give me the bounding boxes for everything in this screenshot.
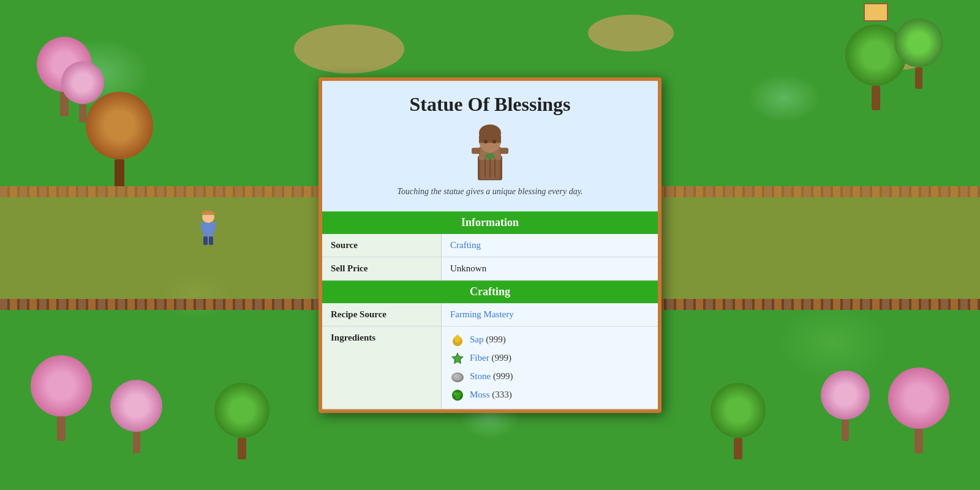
moss-count: (333) — [492, 390, 512, 400]
panel-description: Touching the statue gives a unique bless… — [334, 186, 646, 198]
source-value[interactable]: Crafting — [442, 234, 658, 257]
stone-name[interactable]: Stone — [470, 371, 491, 382]
svg-rect-5 — [209, 236, 213, 245]
svg-rect-12 — [500, 148, 508, 154]
svg-rect-15 — [479, 135, 501, 143]
tree-blossom-br — [888, 368, 949, 453]
ingredient-moss: Moss (333) — [450, 388, 649, 402]
tree-blossom-bl2 — [110, 380, 162, 453]
tree-blossom-bl — [31, 355, 92, 441]
svg-rect-2 — [201, 222, 205, 232]
source-row: Source Crafting — [322, 234, 658, 257]
recipe-source-row: Recipe Source Farming Mastery — [322, 303, 658, 326]
svg-rect-11 — [472, 148, 480, 154]
moss-icon — [450, 388, 465, 402]
info-panel: Statue Of Blessings Touch — [318, 77, 662, 413]
statue-image — [466, 122, 514, 183]
tree-green-bc2 — [710, 383, 766, 459]
svg-rect-3 — [212, 222, 216, 232]
tree-green-bc — [214, 383, 270, 459]
svg-point-34 — [454, 393, 457, 395]
fiber-count: (999) — [491, 353, 511, 363]
svg-rect-1 — [203, 223, 213, 236]
svg-point-16 — [484, 140, 488, 143]
recipe-source-label: Recipe Source — [322, 303, 442, 326]
information-section: Information Source Crafting Sell Price U… — [322, 211, 658, 281]
panel-header: Statue Of Blessings Touch — [322, 81, 658, 211]
information-header: Information — [322, 211, 658, 234]
ingredients-row: Ingredients Sap (999) — [322, 326, 658, 409]
stone-count: (999) — [493, 371, 513, 382]
tree-green-2 — [894, 18, 943, 89]
ingredients-label: Ingredients — [322, 326, 442, 409]
source-label: Source — [322, 234, 442, 257]
stone-icon — [450, 369, 465, 384]
sap-count: (999) — [486, 334, 506, 345]
ingredient-fiber: Fiber (999) — [450, 351, 649, 366]
ingredients-value: Sap (999) Fiber (999) — [442, 326, 658, 409]
svg-point-18 — [485, 153, 495, 159]
sell-price-value: Unknown — [442, 257, 658, 280]
sell-price-label: Sell Price — [322, 257, 442, 280]
sap-name[interactable]: Sap — [470, 334, 484, 345]
svg-point-33 — [456, 394, 460, 399]
recipe-source-value[interactable]: Farming Mastery — [442, 303, 658, 326]
svg-point-29 — [454, 374, 459, 378]
sap-icon — [450, 333, 465, 347]
sell-price-row: Sell Price Unknown — [322, 257, 658, 281]
player-character — [196, 211, 221, 250]
ingredient-sap: Sap (999) — [450, 333, 649, 347]
svg-rect-4 — [203, 236, 208, 245]
tree-brown-1 — [86, 92, 153, 190]
svg-point-17 — [492, 140, 496, 143]
fiber-icon — [450, 351, 465, 366]
crafting-header: Crafting — [322, 281, 658, 303]
moss-name[interactable]: Moss — [470, 390, 490, 400]
ingredient-stone: Stone (999) — [450, 369, 649, 384]
building-hint — [864, 3, 888, 21]
tree-blossom-br2 — [821, 371, 870, 441]
panel-title: Statue Of Blessings — [334, 93, 646, 116]
fiber-name[interactable]: Fiber — [470, 353, 489, 363]
svg-rect-7 — [205, 211, 212, 213]
crafting-section: Crafting Recipe Source Farming Mastery I… — [322, 281, 658, 409]
